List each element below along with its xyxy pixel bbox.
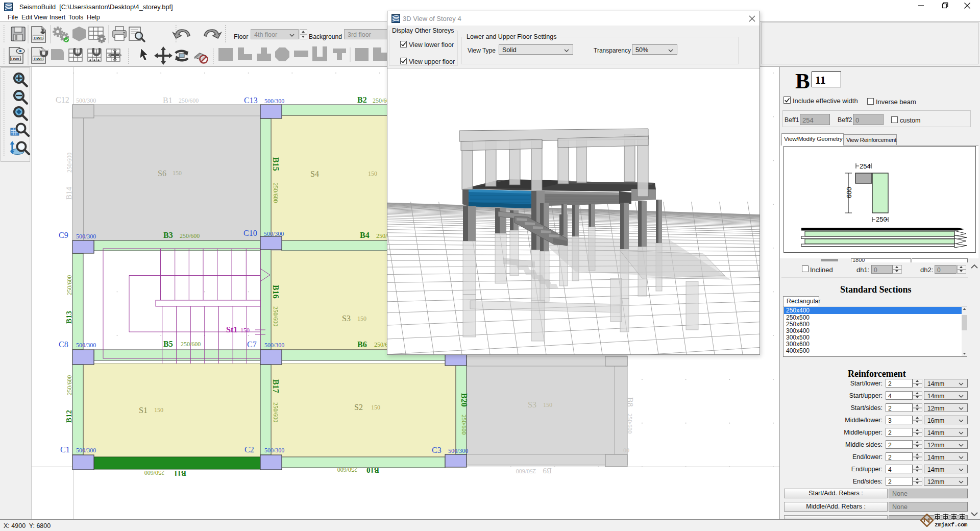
svg-text:150: 150 <box>368 170 377 177</box>
svg-text:B14: B14 <box>65 186 73 200</box>
svg-text:C10: C10 <box>243 229 257 237</box>
svg-text:250/600: 250/600 <box>516 468 536 475</box>
svg-text:B17: B17 <box>272 379 280 393</box>
svg-text:B6: B6 <box>357 340 367 349</box>
svg-text:C3: C3 <box>432 446 442 454</box>
svg-text:S3: S3 <box>342 314 351 323</box>
svg-text:C8: C8 <box>59 340 68 349</box>
svg-text:B9: B9 <box>543 467 552 475</box>
svg-text:B11: B11 <box>174 469 186 477</box>
svg-text:B15: B15 <box>272 157 280 171</box>
svg-text:250/600: 250/600 <box>181 341 201 348</box>
svg-text:250/600: 250/600 <box>460 415 468 435</box>
svg-text:DWG: DWG <box>34 57 44 61</box>
svg-text:DWG: DWG <box>11 57 21 61</box>
svg-text:250/600: 250/600 <box>626 414 633 433</box>
svg-text:00: 00 <box>623 447 629 454</box>
svg-text:500/300: 500/300 <box>76 97 96 104</box>
svg-text:500/300: 500/300 <box>76 342 96 349</box>
svg-text:500/300: 500/300 <box>264 98 284 105</box>
svg-text:500/300: 500/300 <box>76 447 96 454</box>
svg-text:B5: B5 <box>163 340 173 348</box>
svg-text:250/600: 250/600 <box>272 306 279 326</box>
svg-text:C12: C12 <box>56 95 69 104</box>
svg-text:150: 150 <box>173 170 182 177</box>
svg-text:S6: S6 <box>158 169 166 178</box>
svg-text:250/600: 250/600 <box>179 97 199 104</box>
svg-text:St1: St1 <box>226 325 237 334</box>
svg-text:250/600: 250/600 <box>272 402 279 422</box>
svg-text:C1: C1 <box>60 445 70 454</box>
svg-text:150: 150 <box>357 315 366 322</box>
svg-text:S2: S2 <box>354 403 363 412</box>
svg-text:B4: B4 <box>360 231 370 239</box>
svg-text:S3: S3 <box>528 400 536 409</box>
svg-text:B10: B10 <box>366 466 379 474</box>
svg-text:500/300: 500/300 <box>264 342 284 349</box>
svg-text:B2: B2 <box>357 95 367 104</box>
svg-text:250/600: 250/600 <box>66 375 73 395</box>
svg-text:S1: S1 <box>139 406 148 415</box>
svg-text:250/600: 250/600 <box>337 466 357 473</box>
svg-text:500/300: 500/300 <box>448 447 468 454</box>
svg-text:150: 150 <box>154 406 163 414</box>
svg-text:C13: C13 <box>244 96 258 105</box>
svg-text:B1: B1 <box>163 96 173 105</box>
svg-text:250/600: 250/600 <box>272 183 279 203</box>
svg-text:C7: C7 <box>247 340 257 349</box>
svg-text:150: 150 <box>240 327 250 334</box>
svg-text:C2: C2 <box>244 445 254 454</box>
svg-text:B20: B20 <box>460 393 469 407</box>
svg-text:250/600: 250/600 <box>180 232 200 239</box>
svg-text:500/300: 500/300 <box>264 447 284 454</box>
svg-text:DWG: DWG <box>34 36 44 40</box>
svg-text:C9: C9 <box>59 231 68 239</box>
svg-text:250/600: 250/600 <box>66 275 73 295</box>
svg-text:B12: B12 <box>65 410 73 423</box>
svg-text:150: 150 <box>543 401 552 408</box>
svg-text:500/300: 500/300 <box>264 230 284 237</box>
svg-text:B8: B8 <box>626 397 634 407</box>
svg-text:500/300: 500/300 <box>76 233 96 240</box>
svg-text:150: 150 <box>371 404 380 411</box>
svg-text:S4: S4 <box>310 170 319 178</box>
svg-text:250/600: 250/600 <box>66 153 73 173</box>
svg-text:B16: B16 <box>272 285 280 299</box>
svg-text:B13: B13 <box>65 311 73 324</box>
svg-text:B3: B3 <box>163 231 173 239</box>
svg-text:250/600: 250/600 <box>144 469 164 476</box>
